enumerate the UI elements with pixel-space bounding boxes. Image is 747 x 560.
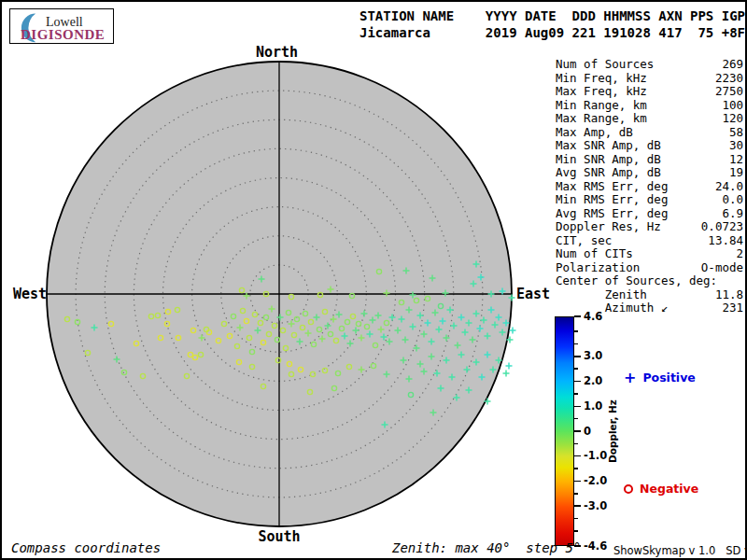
software-version-label: ShowSkymap v 1.0 SD v 4.2 xyxy=(613,544,747,557)
stat-label: Min RMS Err, deg xyxy=(556,193,668,207)
stat-value: 19 xyxy=(729,166,743,180)
stat-label: CIT, sec xyxy=(556,234,612,248)
compass-west-label: West xyxy=(13,286,47,302)
stat-value: 58 xyxy=(729,126,743,140)
stat-row: Max Range, km120 xyxy=(556,112,743,126)
stat-value: 30 xyxy=(729,139,743,153)
colorbar-tick-label: 3.0 xyxy=(584,349,602,362)
stat-row: CIT, sec13.84 xyxy=(556,234,743,248)
colorbar-major-tick xyxy=(574,315,581,317)
stat-label: Max SNR Amp, dB xyxy=(556,139,661,153)
skymap-page: Lowell DIGISONDE STATION NAME YYYY DATE … xyxy=(0,0,747,560)
colorbar-tick-label: -2.0 xyxy=(584,474,607,487)
stat-value: 6.9 xyxy=(722,207,743,221)
stat-value: 2230 xyxy=(715,72,743,86)
stat-row: Zenith11.8 xyxy=(556,288,743,302)
stat-label: Num of Sources xyxy=(556,58,654,72)
stat-label: Min Range, km xyxy=(556,99,647,113)
colorbar-minor-tick xyxy=(574,330,578,332)
stat-row: Max Freq, kHz2750 xyxy=(556,85,743,99)
stat-row: Min Range, km100 xyxy=(556,99,743,113)
colorbar-major-tick xyxy=(574,505,581,507)
stat-label: Avg RMS Err, deg xyxy=(556,207,668,221)
colorbar-tick-label: 2.0 xyxy=(584,374,602,387)
colorbar-minor-tick xyxy=(574,368,578,370)
colorbar-tick-label: -1.0 xyxy=(584,449,607,462)
stat-row: Max Amp, dB58 xyxy=(556,126,743,140)
colorbar-minor-tick xyxy=(574,418,578,420)
doppler-colorbar: 4.63.02.01.00-1.0-2.0-3.0-4.6 Doppler, H… xyxy=(555,316,747,546)
stat-label: Avg SNR Amp, dB xyxy=(556,166,661,180)
stat-value: 0.0 xyxy=(722,193,743,207)
colorbar-minor-tick xyxy=(574,493,578,495)
colorbar-axis-label: Doppler, Hz xyxy=(607,399,618,463)
stat-label: Zenith xyxy=(556,288,647,302)
source-point-positive xyxy=(503,371,510,377)
source-point-positive xyxy=(506,363,513,370)
colorbar-major-tick xyxy=(574,381,581,383)
stat-label: Max Amp, dB xyxy=(556,126,633,140)
colorbar-tick-label: 4.6 xyxy=(584,310,602,323)
stat-label: Center of Sources, deg: xyxy=(556,274,717,288)
colorbar-minor-tick xyxy=(574,468,578,469)
compass-east-label: East xyxy=(516,286,550,302)
stat-row: Avg SNR Amp, dB19 xyxy=(556,166,743,180)
stat-label: Max Freq, kHz xyxy=(556,85,647,99)
colorbar-minor-tick xyxy=(574,443,578,445)
colorbar-major-tick xyxy=(574,406,581,408)
circle-marker-icon xyxy=(624,484,633,494)
colorbar-tick-label: 0 xyxy=(584,425,591,438)
stat-row: Max SNR Amp, dB30 xyxy=(556,139,743,153)
stat-label: Max RMS Err, deg xyxy=(556,180,668,194)
legend-negative-label: Negative xyxy=(640,482,698,496)
stat-value: 12 xyxy=(729,153,743,167)
stat-label: Num of CITs xyxy=(556,247,633,261)
stat-value: 231 xyxy=(722,301,743,315)
measurement-stats-table: Num of Sources269Min Freq, kHz2230Max Fr… xyxy=(556,58,743,315)
stat-value: 2 xyxy=(736,247,743,261)
stat-row: Center of Sources, deg: xyxy=(556,274,743,288)
colorbar-minor-tick xyxy=(574,530,578,532)
coordinate-system-note: Compass coordinates xyxy=(11,540,161,555)
colorbar-minor-tick xyxy=(574,393,578,395)
stat-row: Doppler Res, Hz0.0723 xyxy=(556,220,743,234)
stat-label: Max Range, km xyxy=(556,112,647,126)
compass-south-label: South xyxy=(256,528,303,545)
stat-row: Num of CITs2 xyxy=(556,247,743,261)
stat-row: PolarizationO-mode xyxy=(556,261,743,275)
stat-row: Min Freq, kHz2230 xyxy=(556,72,743,86)
stat-label: Min Freq, kHz xyxy=(556,72,647,86)
stat-label: Min SNR Amp, dB xyxy=(556,153,661,167)
stat-row: Avg RMS Err, deg6.9 xyxy=(556,207,743,221)
stat-value: 120 xyxy=(722,112,743,126)
stat-row: Min RMS Err, deg0.0 xyxy=(556,193,743,207)
stat-value: 0.0723 xyxy=(701,220,743,234)
stat-value: 11.8 xyxy=(715,288,743,302)
source-point-positive xyxy=(510,328,516,334)
colorbar-gradient xyxy=(555,316,574,546)
colorbar-tick-label: -3.0 xyxy=(584,499,607,512)
colorbar-tick-label: -4.6 xyxy=(584,539,607,553)
stat-value: 24.0 xyxy=(715,180,743,194)
stat-value: 100 xyxy=(722,99,743,113)
legend-positive: + Positive xyxy=(624,371,696,385)
stat-label: Polarization xyxy=(556,261,640,275)
stat-value: 269 xyxy=(722,58,743,72)
compass-north-label: North xyxy=(256,44,298,61)
colorbar-major-tick xyxy=(574,430,581,432)
stat-value: O-mode xyxy=(701,261,743,275)
colorbar-minor-tick xyxy=(574,518,578,520)
zenith-scale-note: Zenith: max 40° step 5° xyxy=(392,540,581,555)
stat-row: Num of Sources269 xyxy=(556,58,743,72)
colorbar-major-tick xyxy=(574,481,581,483)
legend-positive-label: Positive xyxy=(642,371,695,385)
stat-row: Max RMS Err, deg24.0 xyxy=(556,180,743,194)
legend-negative: Negative xyxy=(624,482,698,496)
stat-label: Azimuth ↙ xyxy=(556,301,668,315)
stat-label: Doppler Res, Hz xyxy=(556,220,661,234)
colorbar-major-tick xyxy=(574,455,581,457)
colorbar-tick-label: 1.0 xyxy=(584,399,602,413)
stat-value: 2750 xyxy=(715,85,743,99)
stat-row: Min SNR Amp, dB12 xyxy=(556,153,743,167)
stat-value: 13.84 xyxy=(708,234,743,248)
